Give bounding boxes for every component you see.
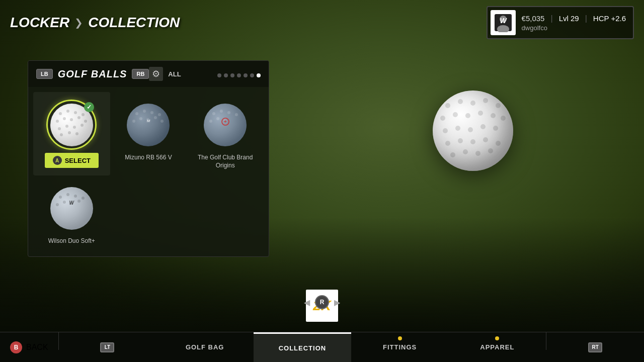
r-button[interactable]: R — [315, 295, 329, 309]
panel-filter: ⚙ ALL — [149, 67, 181, 81]
stat-divider-1: | — [550, 14, 552, 23]
svg-point-49 — [440, 116, 445, 121]
svg-point-12 — [84, 120, 87, 123]
svg-point-15 — [73, 126, 76, 129]
svg-point-17 — [60, 133, 63, 136]
items-grid: ✓ A SELECT — [28, 87, 269, 256]
svg-point-52 — [478, 111, 483, 116]
svg-point-64 — [496, 141, 501, 146]
svg-point-11 — [77, 116, 80, 119]
svg-point-9 — [63, 117, 66, 120]
ball-label-3: The Golf Club Brand Origins — [192, 154, 259, 169]
grid-item-3[interactable]: + The Golf Club Brand Origins — [187, 92, 264, 175]
b-button-icon: B — [10, 341, 22, 353]
svg-point-62 — [470, 139, 475, 144]
svg-point-24 — [132, 120, 135, 123]
svg-point-61 — [458, 138, 463, 143]
filter-button[interactable]: ⚙ — [149, 67, 163, 81]
breadcrumb: LOCKER ❯ COLLECTION — [10, 15, 180, 31]
svg-point-45 — [458, 99, 463, 104]
svg-point-47 — [483, 98, 488, 103]
lt-button[interactable]: LT — [100, 342, 114, 352]
big-ball-sphere — [433, 90, 513, 171]
svg-point-65 — [450, 152, 455, 157]
svg-point-34 — [216, 117, 219, 120]
svg-point-4 — [59, 112, 62, 115]
svg-point-21 — [143, 110, 146, 113]
golf-ball-3: + — [204, 104, 247, 146]
rb-button[interactable]: RB — [132, 69, 149, 79]
svg-point-36 — [59, 196, 62, 199]
dot-6 — [250, 73, 254, 77]
svg-point-66 — [463, 149, 468, 154]
r-right-arrow[interactable]: ▶ — [334, 298, 340, 307]
svg-point-14 — [65, 125, 68, 128]
dot-4 — [237, 73, 241, 77]
dot-1 — [217, 73, 221, 77]
all-label: ALL — [168, 70, 181, 78]
svg-point-46 — [470, 101, 475, 106]
nav-item-fittings[interactable]: FITTINGS — [351, 332, 449, 362]
svg-point-58 — [480, 124, 486, 129]
profile-name: dwgolfco — [522, 24, 626, 32]
svg-point-13 — [58, 127, 61, 130]
svg-point-7 — [82, 113, 85, 116]
svg-point-44 — [445, 103, 450, 108]
dot-7-active — [257, 73, 261, 77]
svg-point-37 — [66, 193, 69, 196]
avatar: W — [491, 10, 516, 35]
nav-item-collection[interactable]: COLLECTION — [254, 332, 351, 362]
svg-point-38 — [74, 195, 77, 198]
svg-point-53 — [491, 113, 496, 118]
ball-label-4: Wilson Duo Soft+ — [48, 237, 95, 245]
nav-item-golf-bag[interactable]: GOLF BAG — [156, 332, 254, 362]
profile-level: Lvl 29 — [559, 14, 579, 23]
a-button-icon: A — [53, 156, 62, 165]
svg-point-39 — [82, 197, 85, 200]
svg-point-10 — [70, 118, 73, 121]
grid-item-1[interactable]: ✓ A SELECT — [33, 92, 110, 175]
dot-2 — [224, 73, 228, 77]
lb-button[interactable]: LB — [36, 69, 53, 79]
nav-label-golf-bag: GOLF BAG — [186, 343, 224, 351]
panel-title: GOLF BALLS — [58, 68, 127, 80]
svg-point-6 — [74, 111, 77, 114]
back-label: BACK — [26, 343, 48, 352]
svg-point-16 — [80, 124, 84, 127]
panel-dots — [217, 73, 261, 77]
profile-card: W €5,035 | Lvl 29 | HCP +2.6 dwgolfco — [487, 6, 634, 39]
nav-lt-button[interactable]: LT — [59, 332, 156, 362]
nav-label-apparel: APPAREL — [480, 343, 514, 351]
rt-button[interactable]: RT — [588, 342, 602, 352]
ball-container-1: ✓ — [46, 100, 97, 150]
profile-stats-row: €5,035 | Lvl 29 | HCP +2.6 — [522, 14, 626, 23]
nav-rt-button[interactable]: RT — [546, 332, 644, 362]
ball-container-3: + — [200, 100, 251, 150]
grid-item-2[interactable]: M Mizuno RB 566 V — [110, 92, 187, 175]
bottom-nav: B BACK LT GOLF BAG COLLECTION FITTINGS A… — [0, 332, 644, 362]
breadcrumb-arrow: ❯ — [74, 17, 83, 29]
nav-back[interactable]: B BACK — [0, 332, 58, 362]
profile-hcp: HCP +2.6 — [593, 14, 626, 23]
breadcrumb-collection: COLLECTION — [88, 15, 180, 31]
big-ball-dimples — [433, 90, 513, 171]
select-button[interactable]: A SELECT — [45, 153, 99, 168]
svg-point-54 — [501, 116, 506, 121]
profile-currency: €5,035 — [522, 14, 545, 23]
grid-item-4[interactable]: W Wilson Duo Soft+ — [33, 175, 110, 251]
nav-item-apparel[interactable]: APPAREL — [449, 332, 546, 362]
big-ball-display — [433, 90, 513, 171]
svg-point-31 — [227, 111, 230, 114]
stat-divider-2: | — [585, 14, 587, 23]
ball-container-4: W — [46, 183, 97, 233]
select-button-label: SELECT — [65, 157, 91, 164]
r-left-arrow[interactable]: ◀ — [304, 298, 310, 307]
svg-point-41 — [63, 201, 66, 204]
svg-point-57 — [468, 127, 473, 132]
left-panel: LB GOLF BALLS RB ⚙ ALL — [28, 60, 269, 257]
svg-point-43 — [77, 200, 80, 203]
svg-point-67 — [475, 151, 480, 156]
panel-header-top: LB GOLF BALLS RB ⚙ ALL — [36, 67, 181, 81]
svg-point-8 — [56, 120, 59, 123]
svg-point-56 — [455, 126, 460, 131]
